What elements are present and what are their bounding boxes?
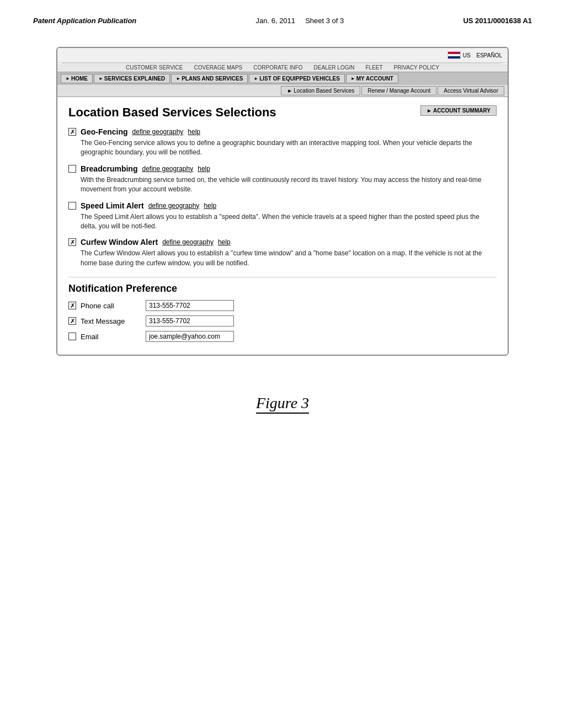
service-header-speed-limit: Speed Limit Alert define geography help (68, 201, 497, 210)
nav-list-vehicles[interactable]: ► LIST OF EQUIPPED VEHICLES (249, 74, 345, 83)
patent-center: Jan. 6, 2011 Sheet 3 of 3 (256, 17, 344, 25)
nav-customer-service[interactable]: CUSTOMER SERVICE (126, 65, 183, 71)
notif-item-text: ✗ Text Message (68, 315, 497, 326)
breadcrumbing-help-link[interactable]: help (198, 165, 210, 173)
us-label: US (463, 52, 471, 58)
speed-limit-name: Speed Limit Alert (81, 201, 144, 210)
nav-sub-bar: ► Location Based Services Renew / Manage… (57, 85, 508, 97)
notif-item-email: Email (68, 331, 497, 342)
account-arrow-icon: ► (351, 76, 355, 81)
phone-call-label: Phone call (81, 302, 141, 310)
nav-dealer-login[interactable]: DEALER LOGIN (314, 65, 355, 71)
figure-caption: Figure 3 (0, 372, 565, 423)
patent-right: US 2011/0001638 A1 (463, 17, 532, 25)
nav-privacy-policy[interactable]: PRIVACY POLICY (394, 65, 439, 71)
content-wrapper: ► ACCOUNT SUMMARY Location Based Service… (68, 105, 497, 342)
curfew-desc: The Curfew Window Alert allows you to es… (68, 249, 497, 268)
breadcrumbing-checkbox[interactable] (68, 165, 76, 173)
text-message-checkbox[interactable]: ✗ (68, 317, 76, 325)
page-content: ► ACCOUNT SUMMARY Location Based Service… (57, 97, 508, 355)
nav-coverage-maps[interactable]: COVERAGE MAPS (194, 65, 242, 71)
nav-fleet[interactable]: FLEET (365, 65, 382, 71)
account-summary-box[interactable]: ► ACCOUNT SUMMARY (420, 105, 497, 116)
home-arrow-icon: ► (66, 76, 70, 81)
us-flag-icon (447, 51, 461, 59)
main-content: US ESPAÑOL CUSTOMER SERVICE COVERAGE MAP… (0, 30, 565, 372)
speed-limit-desc: The Speed Limit Alert allows you to esta… (68, 212, 497, 232)
nav-main-bar: ► HOME ► SERVICES EXPLAINED ► PLANS AND … (57, 72, 508, 85)
language-selector[interactable]: US ESPAÑOL (447, 51, 502, 59)
vehicles-arrow-icon: ► (254, 76, 258, 81)
speed-limit-checkbox[interactable] (68, 202, 76, 210)
nav-services-explained[interactable]: ► SERVICES EXPLAINED (94, 74, 170, 83)
text-message-label: Text Message (81, 317, 141, 325)
phone-call-input[interactable] (146, 300, 234, 311)
phone-call-checkbox[interactable]: ✗ (68, 302, 76, 309)
curfew-help-link[interactable]: help (218, 238, 231, 246)
geo-fencing-desc: The Geo-Fencing service allows you to de… (68, 138, 497, 158)
nav-renew-account[interactable]: Renew / Manage Account (361, 86, 436, 95)
email-label: Email (81, 333, 141, 341)
patent-sheet: Sheet 3 of 3 (305, 17, 344, 25)
geo-fencing-help-link[interactable]: help (188, 128, 200, 136)
patent-left: Patent Application Publication (33, 17, 136, 25)
breadcrumbing-desc: With the Breadcrumbing service turned on… (68, 175, 497, 195)
nav-top-bar: CUSTOMER SERVICE COVERAGE MAPS CORPORATE… (57, 63, 508, 72)
services-arrow-icon: ► (99, 76, 103, 81)
account-summary-arrow: ► (427, 108, 432, 114)
email-input[interactable] (146, 331, 234, 342)
service-item-breadcrumbing: Breadcrumbing define geography help With… (68, 164, 497, 195)
breadcrumbing-name: Breadcrumbing (81, 164, 137, 173)
browser-window: US ESPAÑOL CUSTOMER SERVICE COVERAGE MAP… (56, 47, 509, 356)
location-arrow-icon: ► (287, 88, 292, 94)
service-item-speed-limit: Speed Limit Alert define geography help … (68, 201, 497, 232)
patent-date: Jan. 6, 2011 (256, 17, 296, 25)
breadcrumbing-define-link[interactable]: define geography (142, 165, 193, 173)
nav-plans-services[interactable]: ► PLANS AND SERVICES (171, 74, 248, 83)
plans-arrow-icon: ► (176, 76, 180, 81)
browser-topbar: US ESPAÑOL (57, 48, 508, 63)
nav-virtual-advisor[interactable]: Access Virtual Advisor (438, 86, 504, 95)
service-item-geo-fencing: ✗ Geo-Fencing define geography help The … (68, 127, 497, 158)
notification-section-title: Notification Preference (68, 277, 497, 295)
speed-limit-define-link[interactable]: define geography (148, 202, 200, 210)
service-item-curfew: ✗ Curfew Window Alert define geography h… (68, 238, 497, 268)
service-header-curfew: ✗ Curfew Window Alert define geography h… (68, 238, 497, 247)
text-message-input[interactable] (146, 315, 234, 326)
service-header-geo-fencing: ✗ Geo-Fencing define geography help (68, 127, 497, 136)
account-summary-label: ACCOUNT SUMMARY (433, 108, 491, 114)
geo-fencing-checkbox[interactable]: ✗ (68, 128, 76, 136)
nav-home[interactable]: ► HOME (61, 74, 93, 83)
email-checkbox[interactable] (68, 333, 76, 340)
curfew-name: Curfew Window Alert (81, 238, 158, 247)
geo-fencing-name: Geo-Fencing (81, 127, 128, 136)
geo-fencing-define-link[interactable]: define geography (132, 128, 184, 136)
service-header-breadcrumbing: Breadcrumbing define geography help (68, 164, 497, 173)
nav-location-services[interactable]: ► Location Based Services (281, 86, 360, 95)
figure-label: Figure 3 (256, 394, 309, 414)
notif-item-phone: ✗ Phone call (68, 300, 497, 311)
lang-separator (473, 52, 475, 58)
nav-corporate-info[interactable]: CORPORATE INFO (253, 65, 302, 71)
nav-my-account[interactable]: ► MY ACCOUNT (346, 74, 398, 83)
speed-limit-help-link[interactable]: help (204, 202, 216, 210)
curfew-define-link[interactable]: define geography (162, 238, 214, 246)
patent-header: Patent Application Publication Jan. 6, 2… (0, 0, 565, 30)
espanol-label[interactable]: ESPAÑOL (477, 52, 503, 58)
curfew-checkbox[interactable]: ✗ (68, 238, 76, 246)
